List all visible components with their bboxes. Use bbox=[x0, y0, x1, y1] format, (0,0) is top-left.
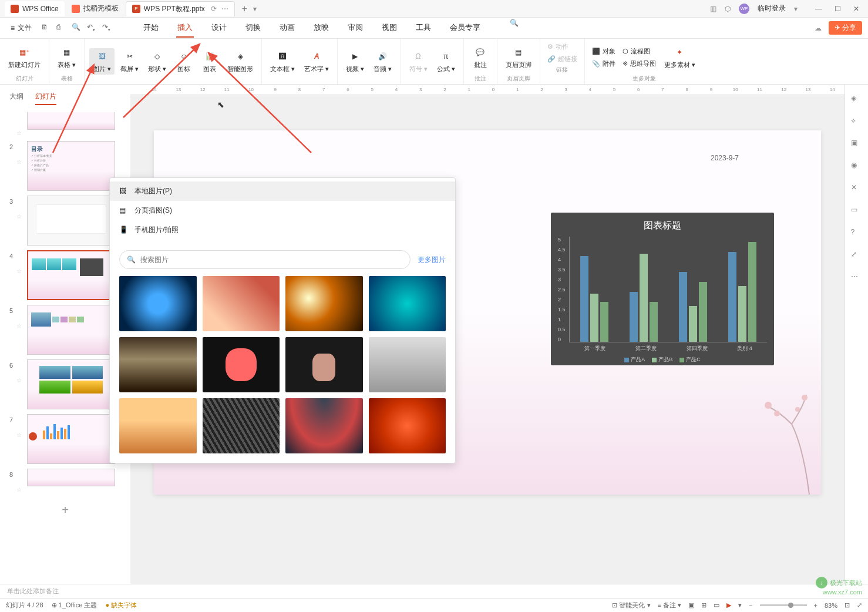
menu-tab-view[interactable]: 视图 bbox=[381, 19, 398, 38]
stock-image-leaves[interactable] bbox=[369, 398, 446, 453]
stock-image-surfer[interactable] bbox=[119, 398, 197, 453]
preview-icon[interactable]: 🔍 bbox=[72, 23, 82, 33]
menu-tab-tools[interactable]: 工具 bbox=[415, 19, 432, 38]
expand-icon[interactable]: ⤢ bbox=[851, 250, 863, 262]
object-button[interactable]: ⬛对象 bbox=[590, 46, 618, 57]
icons-button[interactable]: ☺ 图标 bbox=[172, 48, 196, 75]
image-search[interactable]: 🔍 bbox=[119, 250, 411, 269]
cloud-icon[interactable]: ☁ bbox=[815, 24, 822, 32]
beautify-button[interactable]: ⊡ 智能美化 ▾ bbox=[612, 601, 650, 610]
menu-tab-start[interactable]: 开始 bbox=[142, 19, 160, 38]
minimize-button[interactable]: — bbox=[812, 2, 826, 16]
slide-item[interactable]: 7☆ bbox=[5, 414, 126, 464]
add-slide-button[interactable]: + bbox=[5, 497, 126, 523]
attachment-button[interactable]: 📎附件 bbox=[590, 58, 618, 69]
layers-icon[interactable]: ▣ bbox=[851, 139, 863, 150]
book-icon[interactable]: ▭ bbox=[851, 206, 863, 217]
image-button[interactable]: 🖼 图片 ▾ bbox=[89, 48, 115, 75]
avatar-icon[interactable]: WP bbox=[739, 4, 749, 14]
comment-button[interactable]: 💬 批注 bbox=[469, 44, 492, 70]
menu-tab-insert[interactable]: 插入 bbox=[176, 19, 194, 38]
stock-image-dna[interactable] bbox=[203, 276, 280, 331]
shapes-button[interactable]: ◇ 形状 ▾ bbox=[144, 48, 170, 75]
stock-image-architecture[interactable] bbox=[203, 398, 280, 453]
chart-button[interactable]: 📊 图表 bbox=[198, 48, 221, 75]
chevron-down-icon[interactable]: ▾ bbox=[794, 5, 798, 13]
diamond-icon[interactable]: ◈ bbox=[851, 94, 863, 106]
palette-icon[interactable]: ◉ bbox=[851, 161, 863, 173]
audio-button[interactable]: 🔊 音频 ▾ bbox=[370, 48, 395, 75]
tab-active-file[interactable]: P WPS PPT教程.pptx ⟳ ⋯ bbox=[126, 1, 235, 16]
tab-dropdown-icon[interactable]: ▾ bbox=[253, 5, 257, 13]
file-menu[interactable]: ≡ 文件 bbox=[6, 21, 36, 35]
close-button[interactable]: ✕ bbox=[849, 2, 863, 16]
flowchart-button[interactable]: ⬡流程图 bbox=[620, 46, 658, 57]
equation-button[interactable]: π 公式 ▾ bbox=[433, 48, 459, 75]
zoom-level[interactable]: 83% bbox=[825, 602, 837, 609]
stock-image-cat[interactable] bbox=[119, 337, 197, 392]
view-normal-icon[interactable]: ▣ bbox=[688, 601, 694, 609]
mobile-photo-item[interactable]: 📱 手机图片/拍照 bbox=[110, 220, 455, 240]
page-illustration-item[interactable]: ▤ 分页插图(S) bbox=[110, 201, 455, 220]
more-material-button[interactable]: ✦ 更多素材 ▾ bbox=[661, 44, 699, 70]
star-icon[interactable]: ⟡ bbox=[851, 116, 863, 128]
slide-item[interactable]: 6☆ bbox=[5, 359, 126, 409]
tab-template[interactable]: 找稻壳模板 bbox=[66, 1, 125, 16]
textbox-button[interactable]: 🅰 文本框 ▾ bbox=[267, 48, 298, 75]
book-icon[interactable]: ▥ bbox=[710, 5, 716, 13]
menu-tab-transition[interactable]: 切换 bbox=[244, 19, 262, 38]
stock-image-ai[interactable] bbox=[119, 276, 197, 331]
new-slide-button[interactable]: ▦⁺ 新建幻灯片 bbox=[5, 44, 44, 70]
maximize-button[interactable]: ☐ bbox=[830, 2, 845, 16]
stock-image-bacteria[interactable] bbox=[369, 276, 446, 331]
tab-sync-icon[interactable]: ⟳ bbox=[211, 5, 217, 13]
stock-image-thinking[interactable] bbox=[285, 337, 363, 392]
stock-image-welding[interactable] bbox=[285, 276, 363, 331]
redo-icon[interactable]: ↷▾ bbox=[102, 23, 113, 33]
more-images-link[interactable]: 更多图片 bbox=[418, 255, 446, 265]
stock-image-workout[interactable] bbox=[369, 337, 446, 392]
notes-area[interactable]: 单击此处添加备注 bbox=[0, 584, 868, 598]
fit-icon[interactable]: ⊡ bbox=[845, 601, 850, 609]
slide-item[interactable]: 8☆ bbox=[5, 469, 126, 493]
menu-tab-slideshow[interactable]: 放映 bbox=[312, 19, 330, 38]
local-image-item[interactable]: 🖼 本地图片(P) bbox=[110, 181, 455, 201]
stock-image-flamingo[interactable] bbox=[203, 337, 280, 392]
mindmap-button[interactable]: ※思维导图 bbox=[620, 58, 658, 69]
header-footer-button[interactable]: ▤ 页眉页脚 bbox=[502, 44, 535, 70]
help-icon[interactable]: ? bbox=[851, 228, 863, 240]
menu-tab-review[interactable]: 审阅 bbox=[346, 19, 364, 38]
notes-toggle[interactable]: ≡ 备注 ▾ bbox=[658, 601, 682, 610]
slides-tab[interactable]: 幻灯片 bbox=[35, 89, 56, 105]
tools-icon[interactable]: ✕ bbox=[851, 183, 863, 195]
box-icon[interactable]: ⬡ bbox=[725, 5, 731, 13]
slide-item[interactable]: 2☆目录✓ 分析基本情况✓ 分析公司✓ 按推介产品✓ 营销方案 bbox=[5, 141, 126, 191]
screenshot-button[interactable]: ✂ 截屏 ▾ bbox=[117, 48, 142, 75]
wordart-button[interactable]: A 艺术字 ▾ bbox=[301, 48, 332, 75]
view-reading-icon[interactable]: ▭ bbox=[714, 601, 719, 609]
slide-item[interactable]: ☆ bbox=[5, 112, 126, 136]
video-button[interactable]: ▶ 视频 ▾ bbox=[342, 48, 368, 75]
zoom-slider[interactable] bbox=[760, 604, 807, 606]
slide-item[interactable]: 5☆ bbox=[5, 305, 126, 355]
slide-chart[interactable]: 图表标题 54.543.532.521.510.50 第一季度第二季度第四季度类… bbox=[551, 213, 774, 365]
smartart-button[interactable]: ◈ 智能图形 bbox=[224, 48, 257, 75]
menu-tab-animation[interactable]: 动画 bbox=[278, 19, 296, 38]
zoom-out[interactable]: − bbox=[749, 602, 752, 609]
menu-tab-design[interactable]: 设计 bbox=[210, 19, 228, 38]
save-icon[interactable]: 🗎 bbox=[41, 23, 52, 33]
tab-add[interactable]: + bbox=[236, 4, 253, 14]
missing-font-warning[interactable]: ● 缺失字体 bbox=[105, 601, 137, 610]
slide-item[interactable]: 3☆ bbox=[5, 196, 126, 246]
share-button[interactable]: ✈ 分享 bbox=[829, 21, 862, 35]
print-icon[interactable]: ⎙ bbox=[56, 23, 67, 33]
table-button[interactable]: ▦ 表格 ▾ bbox=[54, 44, 79, 70]
view-dropdown[interactable]: ▾ bbox=[738, 601, 742, 609]
view-slideshow-icon[interactable]: ▶ bbox=[726, 601, 731, 609]
expand-icon[interactable]: ⤢ bbox=[857, 601, 862, 609]
stock-image-polevault[interactable] bbox=[285, 398, 363, 453]
menu-tab-member[interactable]: 会员专享 bbox=[449, 19, 482, 38]
search-icon[interactable]: 🔍 bbox=[510, 19, 519, 38]
view-sorter-icon[interactable]: ⊞ bbox=[701, 601, 706, 609]
tab-wps[interactable]: WPS Office bbox=[5, 1, 65, 16]
